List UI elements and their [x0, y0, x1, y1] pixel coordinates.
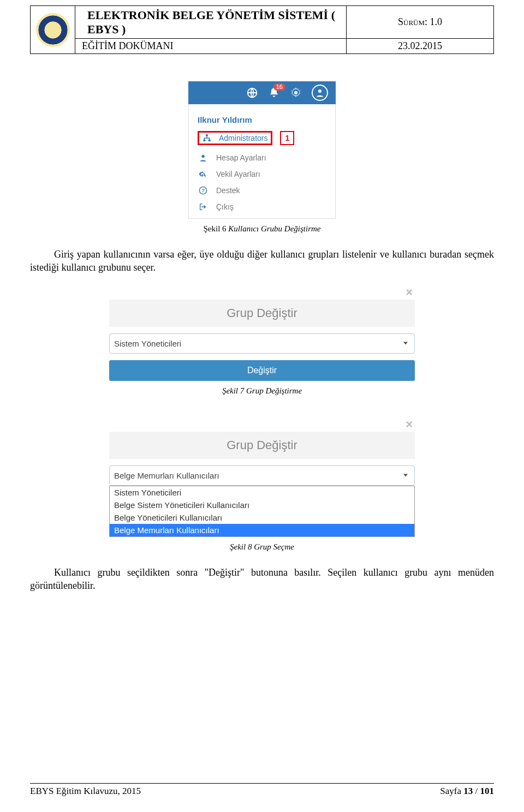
notification-badge: 16 [273, 83, 285, 91]
option-3[interactable]: Belge Yöneticileri Kullanıcıları [110, 511, 414, 524]
doc-type: EĞİTİM DOKÜMANI [75, 39, 347, 54]
sitemap-icon [203, 134, 211, 142]
option-2[interactable]: Belge Sistem Yöneticileri Kullanıcıları [110, 499, 414, 511]
svg-point-2 [318, 89, 321, 93]
logout-label: Çıkış [216, 202, 234, 211]
group-select-open-value: Belge Memurları Kullanıcıları [114, 471, 219, 480]
version-value: 1.0 [430, 16, 443, 27]
system-title: ELEKTRONİK BELGE YÖNETİM SİSTEMİ ( EBYS … [75, 6, 347, 39]
page-sep: / [473, 786, 480, 796]
menu-item-logout[interactable]: Çıkış [189, 199, 335, 215]
ataturk-uni-logo [36, 13, 70, 47]
annotation-1: 1 [280, 131, 294, 145]
highlighted-admin-item[interactable]: Administrators [198, 131, 272, 145]
page-label: Sayfa [440, 786, 463, 796]
topbar: 16 [188, 81, 336, 104]
person-icon [199, 153, 207, 162]
figure-8-modal: × Grup Değiştir Belge Memurları Kullanıc… [109, 417, 415, 537]
fig6-num: Şekil 6 [203, 224, 226, 233]
modal1-title: Grup Değiştir [109, 300, 415, 327]
figure-8-caption: Şekil 8 Grup Seçme [30, 542, 494, 552]
globe-icon[interactable] [246, 87, 258, 99]
menu-item-support[interactable]: ? Destek [189, 182, 335, 199]
svg-rect-4 [203, 140, 205, 141]
group-select[interactable]: Sistem Yöneticileri [109, 333, 415, 354]
reply-all-icon [199, 170, 207, 178]
group-select-value: Sistem Yöneticileri [114, 339, 181, 348]
avatar[interactable] [312, 85, 328, 101]
page-current: 13 [463, 786, 473, 796]
svg-rect-3 [206, 134, 208, 136]
fig7-text: Grup Değiştirme [246, 386, 302, 395]
delegate-label: Vekil Ayarları [216, 170, 260, 178]
figure-6-caption: Şekil 6 Kullanıcı Grubu Değiştirme [30, 224, 494, 234]
modal2-title: Grup Değiştir [109, 432, 415, 459]
figure-7-caption: Şekil 7 Grup Değiştirme [30, 386, 494, 396]
account-label: Hesap Ayarları [216, 153, 266, 162]
close-icon[interactable]: × [109, 285, 415, 300]
admin-label: Administrators [219, 134, 267, 142]
fig7-num: Şekil 7 [222, 386, 244, 395]
page-total: 101 [480, 786, 495, 796]
version-cell: Sürüm: 1.0 [347, 6, 494, 39]
help-icon: ? [199, 186, 207, 195]
group-select-open[interactable]: Belge Memurları Kullanıcıları [109, 465, 415, 486]
svg-rect-5 [209, 140, 211, 141]
paragraph-1: Giriş yapan kullanıcının varsa eğer, üye… [30, 248, 494, 274]
close-icon[interactable]: × [109, 417, 415, 432]
menu-item-account[interactable]: Hesap Ayarları [189, 150, 335, 166]
footer-left: EBYS Eğitim Kılavuzu, 2015 [30, 786, 141, 797]
figure-6-user-menu: 16 Ilknur Yıldırım Administrators 1 Hesa… [188, 81, 336, 219]
gear-icon[interactable] [290, 87, 302, 99]
fig8-num: Şekil 8 [230, 542, 252, 551]
menu-item-delegate[interactable]: Vekil Ayarları [189, 166, 335, 182]
svg-point-6 [201, 155, 204, 158]
fig6-text: Kullanıcı Grubu Değiştirme [228, 224, 320, 233]
username: Ilknur Yıldırım [189, 112, 335, 131]
fig8-text: Grup Seçme [254, 542, 294, 551]
logout-icon [199, 202, 207, 211]
group-select-options: Sistem Yöneticileri Belge Sistem Yönetic… [109, 486, 415, 537]
figure-7-modal: × Grup Değiştir Sistem Yöneticileri Deği… [109, 285, 415, 381]
option-1[interactable]: Sistem Yöneticileri [110, 486, 414, 499]
footer-right: Sayfa 13 / 101 [440, 786, 494, 797]
svg-point-1 [294, 91, 297, 94]
bell-icon[interactable]: 16 [268, 87, 280, 99]
option-4-selected[interactable]: Belge Memurları Kullanıcıları [110, 524, 414, 536]
change-button[interactable]: Değiştir [109, 360, 415, 381]
version-label: Sürüm: [398, 16, 427, 27]
support-label: Destek [216, 186, 240, 195]
svg-text:?: ? [201, 188, 205, 193]
document-header: ELEKTRONİK BELGE YÖNETİM SİSTEMİ ( EBYS … [30, 5, 494, 54]
logo-cell [31, 6, 75, 54]
paragraph-2: Kullanıcı grubu seçildikten sonra "Değiş… [30, 566, 494, 593]
user-dropdown: Ilknur Yıldırım Administrators 1 Hesap A… [188, 104, 336, 219]
page-footer: EBYS Eğitim Kılavuzu, 2015 Sayfa 13 / 10… [30, 783, 494, 797]
doc-date: 23.02.2015 [347, 39, 494, 54]
